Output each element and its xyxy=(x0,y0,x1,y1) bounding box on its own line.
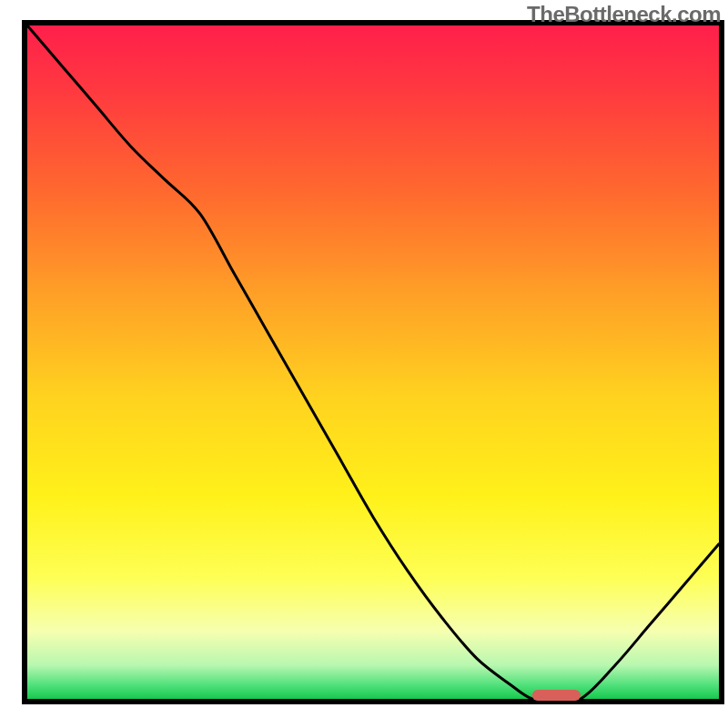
optimal-range-marker xyxy=(532,690,581,701)
chart-container: TheBottleneck.com xyxy=(0,0,728,728)
watermark-text: TheBottleneck.com xyxy=(527,2,721,27)
bottleneck-chart xyxy=(0,0,728,728)
plot-background xyxy=(27,25,719,699)
